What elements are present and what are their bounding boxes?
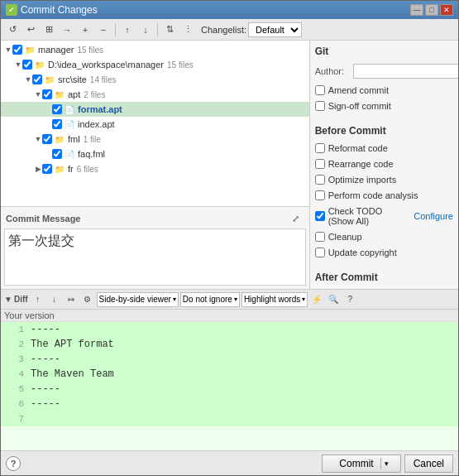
toolbar-diff-btn[interactable]: ⊞ [41, 22, 57, 38]
help-button[interactable]: ? [6, 456, 21, 471]
reformat-label: Reformat code [328, 143, 388, 153]
minimize-button[interactable]: — [410, 4, 423, 16]
toolbar-move-btn[interactable]: → [59, 22, 75, 38]
optimize-checkbox[interactable] [315, 175, 325, 185]
label-workspace: D:\idea_workspace\manager [48, 60, 164, 70]
tree-item-manager[interactable]: ▼ 📁 manager 15 files [1, 42, 309, 57]
toolbar-filter-btn[interactable]: ⋮ [179, 22, 196, 38]
toggle-srcsite[interactable]: ▼ [24, 75, 32, 84]
tree-item-faq-fml[interactable]: 📄 faq.fml [1, 147, 309, 161]
highlight-dropdown[interactable]: Highlight words ▾ [241, 292, 308, 307]
right-panel: Git Author: Amend commit Sign-off commit… [310, 41, 458, 289]
toolbar-sep-2 [157, 23, 158, 36]
diff-panel: ▼ Diff ↑ ↓ ⤇ ⚙ Side-by-side viewer ▾ Do … [1, 289, 458, 450]
toggle-apt[interactable]: ▼ [34, 90, 42, 99]
toolbar-refresh-btn[interactable]: ↺ [4, 22, 21, 38]
diff-lines: 1 ----- 2 The APT format 3 ----- 4 The M… [1, 322, 458, 426]
code-analysis-label: Perform code analysis [328, 190, 418, 200]
check-workspace[interactable] [22, 60, 32, 70]
check-fr[interactable] [42, 164, 52, 174]
code-analysis-checkbox[interactable] [315, 190, 325, 200]
diff-search-btn[interactable]: 🔍 [326, 292, 341, 307]
tree-item-format-apt[interactable]: 📄 format.apt [1, 102, 309, 117]
diff-line-content-5: ----- [31, 383, 60, 395]
diff-line-2: 2 The APT format [1, 337, 458, 352]
diff-line-content-6: ----- [31, 398, 60, 410]
diff-jump-btn[interactable]: ⤇ [64, 292, 79, 307]
check-format-apt[interactable] [52, 104, 62, 114]
title-controls: — □ ✕ [410, 4, 453, 16]
viewer-dropdown[interactable]: Side-by-side viewer ▾ [97, 292, 179, 307]
close-button[interactable]: ✕ [440, 4, 453, 16]
diff-line-num-1: 1 [4, 325, 24, 334]
changelist-label: Changelist: [201, 25, 246, 35]
toolbar-add-btn[interactable]: + [77, 22, 93, 38]
diff-section-toggle[interactable]: ▼ Diff [4, 295, 28, 304]
reformat-checkbox[interactable] [315, 143, 325, 153]
tree-item-fr[interactable]: ▶ 📁 fr 6 files [1, 161, 309, 176]
toggle-fr[interactable]: ▶ [34, 165, 42, 173]
count-fml: 1 file [84, 135, 101, 144]
folder-icon-workspace: 📁 [34, 59, 45, 70]
ignore-dropdown-value: Do not ignore [183, 295, 232, 304]
file-icon-format-apt: 📄 [64, 103, 75, 115]
diff-line-5: 5 ----- [1, 382, 458, 397]
window-title: Commit Changes [21, 4, 98, 16]
tree-item-fml[interactable]: ▼ 📁 fml 1 file [1, 132, 309, 147]
check-faq-fml[interactable] [52, 149, 62, 159]
check-apt[interactable] [42, 89, 52, 99]
diff-content[interactable]: 1 ----- 2 The APT format 3 ----- 4 The M… [1, 322, 458, 450]
diff-next-btn[interactable]: ↓ [47, 292, 62, 307]
git-author-input[interactable] [353, 64, 458, 79]
git-signoff-checkbox[interactable] [315, 101, 325, 111]
toolbar-up-btn[interactable]: ↑ [119, 22, 136, 38]
toolbar-remove-btn[interactable]: − [95, 22, 112, 38]
rearrange-label: Rearrange code [328, 159, 394, 169]
folder-icon-apt: 📁 [54, 89, 65, 100]
git-amend-checkbox[interactable] [315, 85, 325, 95]
check-index-apt[interactable] [52, 119, 62, 129]
rearrange-checkbox[interactable] [315, 159, 325, 169]
optimize-label: Optimize imports [328, 175, 397, 185]
diff-sync-btn[interactable]: ⚡ [309, 292, 324, 307]
diff-line-num-5: 5 [4, 384, 24, 394]
viewer-dropdown-value: Side-by-side viewer [99, 295, 171, 304]
diff-help-btn[interactable]: ? [342, 292, 357, 307]
tree-item-workspace[interactable]: ▼ 📁 D:\idea_workspace\manager 15 files [1, 57, 309, 72]
diff-toggle-arrow: ▼ [4, 295, 12, 304]
check-manager[interactable] [12, 45, 22, 55]
count-workspace: 15 files [167, 60, 194, 70]
folder-icon-manager: 📁 [24, 44, 36, 55]
commit-message-toolbar: ⤢ [288, 210, 304, 227]
commit-msg-toolbar-btn[interactable]: ⤢ [288, 210, 304, 227]
changelist-select[interactable]: Default [248, 22, 302, 37]
file-tree[interactable]: ▼ 📁 manager 15 files ▼ 📁 D:\idea_workspa… [1, 41, 309, 206]
tree-item-apt[interactable]: ▼ 📁 apt 2 files [1, 87, 309, 102]
cancel-button[interactable]: Cancel [404, 454, 453, 473]
ignore-dropdown[interactable]: Do not ignore ▾ [180, 292, 240, 307]
tree-item-srcsite[interactable]: ▼ 📁 src\site 14 files [1, 72, 309, 87]
toggle-manager[interactable]: ▼ [4, 46, 12, 54]
check-fml[interactable] [42, 134, 52, 144]
commit-textarea[interactable]: 第一次提交 [4, 228, 306, 286]
count-fr: 6 files [77, 165, 98, 174]
toolbar-undo-btn[interactable]: ↩ [22, 22, 39, 38]
toggle-workspace[interactable]: ▼ [14, 60, 22, 69]
toggle-fml[interactable]: ▼ [34, 135, 42, 143]
toolbar-down-btn[interactable]: ↓ [137, 22, 154, 38]
configure-link[interactable]: Configure [414, 211, 453, 221]
maximize-button[interactable]: □ [425, 4, 438, 16]
update-copyright-checkbox[interactable] [315, 248, 325, 257]
cleanup-checkbox[interactable] [315, 232, 325, 242]
folder-icon-fr: 📁 [54, 163, 65, 175]
check-srcsite[interactable] [32, 75, 42, 84]
toolbar-sort-btn[interactable]: ⇅ [161, 22, 178, 38]
diff-settings-btn[interactable]: ⚙ [80, 292, 95, 307]
check-todo-checkbox[interactable] [315, 211, 325, 221]
main-toolbar: ↺ ↩ ⊞ → + − ↑ ↓ ⇅ ⋮ Changelist: Default [1, 19, 458, 41]
tree-item-index-apt[interactable]: 📄 index.apt [1, 117, 309, 132]
label-srcsite: src\site [58, 75, 87, 84]
commit-button-arrow[interactable]: ▾ [381, 459, 392, 468]
commit-button[interactable]: Commit ▾ [322, 454, 400, 473]
diff-prev-btn[interactable]: ↑ [31, 292, 45, 307]
